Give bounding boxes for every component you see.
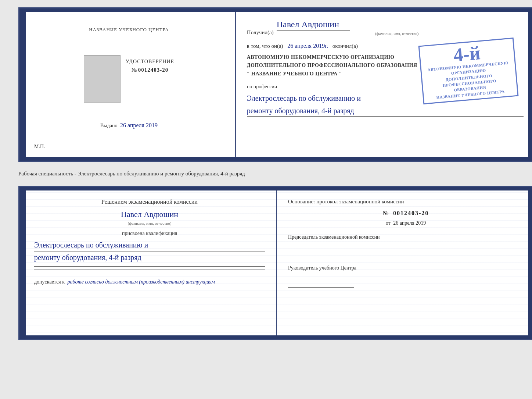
allowed-block: допускается к работе согласно должностны… xyxy=(34,279,265,285)
bottom-line-2 xyxy=(34,270,265,270)
qualification-label: присвоена квалификация xyxy=(34,231,265,236)
bottom-spine-left xyxy=(19,187,26,339)
profession-label: по профессии xyxy=(247,84,524,90)
mp-label: М.П. xyxy=(34,144,45,150)
bottom-profession-line1: Электрослесарь по обслуживанию и xyxy=(34,239,265,252)
recipient-label: Получил(а) xyxy=(247,29,274,36)
director-signature-line xyxy=(288,279,354,288)
recipient-line: Получил(а) Павел Авдюшин (фамилия, имя, … xyxy=(247,19,524,36)
doc-date: 26 апреля 2019 xyxy=(393,220,426,226)
bottom-line-1 xyxy=(34,266,265,267)
cert-label: УДОСТОВЕРЕНИЕ xyxy=(126,59,174,65)
date-handwritten: 26 апреля 2019г. xyxy=(287,43,328,49)
cert-left-panel: НАЗВАНИЕ УЧЕБНОГО ЦЕНТРА УДОСТОВЕРЕНИЕ №… xyxy=(19,8,236,161)
profession-line1: Электрослесарь по обслуживанию и xyxy=(247,93,524,105)
doc-number-prefix: № xyxy=(383,210,389,216)
finished-label: окончил(а) xyxy=(332,43,358,49)
org-line1: АВТОНОМНУЮ НЕКОММЕРЧЕСКУЮ ОРГАНИЗАЦИЮ xyxy=(247,53,524,61)
bottom-spine-bottom xyxy=(19,335,532,339)
bottom-right-panel: Основание: протокол экзаменационной коми… xyxy=(277,187,532,339)
recipient-name: Павел Авдюшин xyxy=(277,19,350,31)
issued-label: Выдано xyxy=(100,123,118,128)
doc-date-block: от 26 апреля 2019 xyxy=(288,220,524,226)
doc-number: 0012403-20 xyxy=(393,210,429,216)
issued-date: 26 апреля 2019 xyxy=(120,122,158,128)
org-block: АВТОНОМНУЮ НЕКОММЕРЧЕСКУЮ ОРГАНИЗАЦИЮ ДО… xyxy=(247,53,524,78)
basis-header: Основание: протокол экзаменационной коми… xyxy=(288,198,524,206)
doc-date-prefix: от xyxy=(386,220,391,226)
bottom-spine-right xyxy=(528,187,532,339)
bottom-profession-line2: ремонту оборудования, 4-й разряд xyxy=(34,253,265,263)
cert-number-value: 0012403-20 xyxy=(138,67,169,73)
director-label: Руководитель учебного Центра xyxy=(288,264,524,272)
profession-line2: ремонту оборудования, 4-й разряд xyxy=(247,107,524,117)
in-that-label: в том, что он(а) xyxy=(247,43,283,49)
photo-placeholder xyxy=(84,55,121,103)
bottom-certificate: Решением экзаменационной комиссии Павел … xyxy=(18,186,532,340)
chairman-signature-line xyxy=(288,248,354,257)
cert-header: НАЗВАНИЕ УЧЕБНОГО ЦЕНТРА xyxy=(89,27,169,33)
profession-block: по профессии Электрослесарь по обслужива… xyxy=(247,84,524,117)
chairman-block: Председатель экзаменационной комиссии xyxy=(288,234,524,257)
cert-number-prefix: № xyxy=(132,67,137,73)
bottom-left-panel: Решением экзаменационной комиссии Павел … xyxy=(19,187,277,339)
bottom-person-name: Павел Авдюшин xyxy=(34,210,265,220)
page-wrapper: НАЗВАНИЕ УЧЕБНОГО ЦЕНТРА УДОСТОВЕРЕНИЕ №… xyxy=(7,7,525,340)
org-name: " НАЗВАНИЕ УЧЕБНОГО ЦЕНТРА " xyxy=(247,70,524,78)
director-block: Руководитель учебного Центра xyxy=(288,264,524,288)
commission-header: Решением экзаменационной комиссии xyxy=(34,198,265,206)
allowed-italic: работе согласно должностным (производств… xyxy=(68,279,215,285)
org-line2: ДОПОЛНИТЕЛЬНОГО ПРОФЕССИОНАЛЬНОГО ОБРАЗО… xyxy=(247,61,524,70)
bottom-spine-top xyxy=(19,187,532,190)
spine-left xyxy=(19,8,26,161)
fio-small: (фамилия, имя, отчество) xyxy=(277,31,517,36)
bottom-line-3 xyxy=(34,273,265,273)
cert-right-panel: Получил(а) Павел Авдюшин (фамилия, имя, … xyxy=(236,8,532,161)
cert-issued-block: Выдано 26 апреля 2019 xyxy=(100,122,158,129)
middle-text: Рабочая специальность - Электрослесарь п… xyxy=(7,168,525,179)
bottom-fio-small: (фамилия, имя, отчество) xyxy=(34,221,265,225)
doc-number-block: № 0012403-20 xyxy=(288,210,524,217)
in-that-block: в том, что он(а) 26 апреля 2019г. окончи… xyxy=(247,42,524,50)
cert-number-block: УДОСТОВЕРЕНИЕ № 0012403-20 xyxy=(126,59,174,73)
allowed-label: допускается к xyxy=(34,279,65,285)
chairman-label: Председатель экзаменационной комиссии xyxy=(288,234,524,241)
top-certificate: НАЗВАНИЕ УЧЕБНОГО ЦЕНТРА УДОСТОВЕРЕНИЕ №… xyxy=(18,7,532,162)
